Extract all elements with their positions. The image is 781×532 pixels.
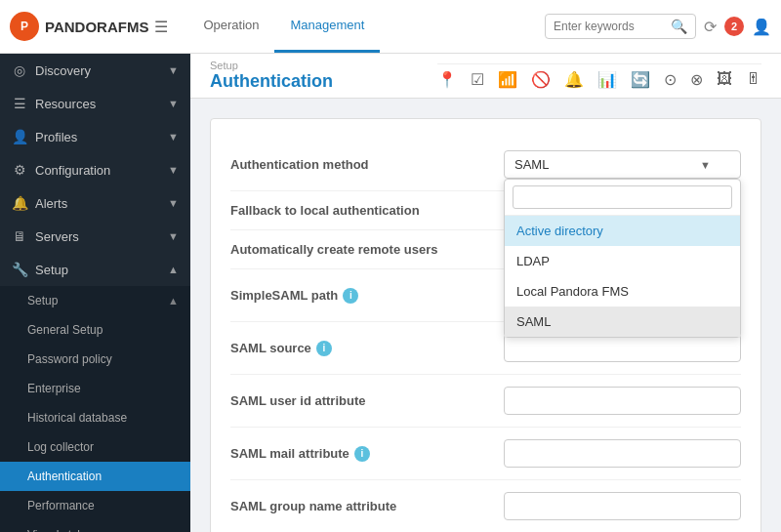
auth-form-section: Authentication method SAML ▼ bbox=[210, 118, 761, 532]
auth-method-row: Authentication method SAML ▼ bbox=[230, 139, 741, 191]
sidebar-item-label-resources: Resources bbox=[35, 97, 96, 111]
sidebar-item-performance[interactable]: Performance bbox=[0, 491, 190, 520]
saml-userid-label: SAML user id attribute bbox=[230, 393, 504, 408]
toolbar-xmark-icon[interactable]: ⊗ bbox=[690, 70, 703, 89]
saml-mail-input[interactable] bbox=[504, 439, 741, 468]
logo-text: PANDORAFMS bbox=[45, 19, 148, 35]
saml-source-input[interactable] bbox=[504, 334, 741, 362]
main-content: Setup Authentication 📍 ☑ 📶 🚫 🔔 📊 🔄 ⊙ ⊗ � bbox=[190, 54, 781, 532]
saml-mail-row: SAML mail attribute i bbox=[230, 428, 741, 480]
toolbar-check-icon[interactable]: ☑ bbox=[471, 70, 484, 89]
profiles-chevron-icon: ▼ bbox=[168, 131, 179, 143]
saml-source-info-icon[interactable]: i bbox=[316, 341, 332, 356]
search-box[interactable]: 🔍 bbox=[545, 14, 696, 39]
sidebar-item-password-policy[interactable]: Password policy bbox=[0, 345, 190, 374]
dropdown-option-ldap[interactable]: LDAP bbox=[505, 246, 740, 276]
resources-icon: ☰ bbox=[12, 96, 27, 111]
dropdown-search-area[interactable] bbox=[505, 180, 740, 216]
sidebar-item-servers[interactable]: 🖥 Servers ▼ bbox=[0, 220, 190, 253]
sidebar-item-label-configuration: Configuration bbox=[35, 163, 110, 178]
saml-userid-input[interactable] bbox=[504, 387, 741, 415]
setup-submenu: Setup ▲ General Setup Password policy En… bbox=[0, 286, 190, 532]
log-collector-label: Log collector bbox=[27, 440, 94, 454]
password-policy-label: Password policy bbox=[27, 352, 112, 366]
saml-mail-info-icon[interactable]: i bbox=[354, 446, 370, 462]
saml-source-label: SAML source i bbox=[230, 341, 504, 356]
fallback-label: Fallback to local authentication bbox=[230, 203, 504, 218]
general-setup-label: General Setup bbox=[27, 323, 103, 337]
saml-userid-row: SAML user id attribute bbox=[230, 375, 741, 428]
saml-group-input[interactable] bbox=[504, 492, 741, 520]
enterprise-label: Enterprise bbox=[27, 382, 81, 395]
dropdown-option-active-directory[interactable]: Active directory bbox=[505, 216, 740, 246]
saml-group-label: SAML group name attribute bbox=[230, 499, 504, 513]
dropdown-search-input[interactable] bbox=[513, 185, 732, 209]
page-title: Authentication bbox=[210, 71, 333, 98]
saml-mail-label: SAML mail attribute i bbox=[230, 446, 504, 462]
sidebar-item-authentication[interactable]: Authentication bbox=[0, 462, 190, 491]
historical-database-label: Historical database bbox=[27, 411, 127, 425]
sidebar-item-profiles[interactable]: 👤 Profiles ▼ bbox=[0, 120, 190, 153]
sidebar-item-configuration[interactable]: ⚙ Configuration ▼ bbox=[0, 153, 190, 186]
dropdown-option-local[interactable]: Local Pandora FMS bbox=[505, 276, 740, 307]
alerts-icon: 🔔 bbox=[12, 195, 27, 211]
sidebar-item-enterprise[interactable]: Enterprise bbox=[0, 374, 190, 403]
toolbar-wifi-icon[interactable]: 📶 bbox=[498, 70, 517, 89]
toolbar-chart-icon[interactable]: 📊 bbox=[597, 70, 617, 89]
user-menu-icon[interactable]: 👤 bbox=[752, 18, 771, 36]
toolbar-location-icon[interactable]: 📍 bbox=[437, 70, 457, 89]
selected-value: SAML bbox=[514, 157, 549, 172]
alerts-chevron-icon: ▼ bbox=[168, 197, 179, 209]
auth-method-select[interactable]: SAML ▼ bbox=[504, 150, 741, 179]
simple-saml-info-icon[interactable]: i bbox=[343, 288, 358, 304]
sidebar-item-log-collector[interactable]: Log collector bbox=[0, 432, 190, 462]
resources-chevron-icon: ▼ bbox=[168, 98, 179, 109]
breadcrumb: Setup bbox=[210, 60, 333, 71]
sidebar-item-setup-label: Setup ▲ bbox=[0, 286, 190, 315]
toolbar-dot-icon[interactable]: ⊙ bbox=[664, 70, 677, 89]
sidebar-item-label-discovery: Discovery bbox=[35, 63, 91, 78]
dropdown-option-saml[interactable]: SAML bbox=[505, 307, 740, 337]
sidebar: ◎ Discovery ▼ ☰ Resources ▼ 👤 Profiles ▼ bbox=[0, 54, 190, 532]
nav-tabs: Operation Management bbox=[187, 0, 380, 53]
tab-management[interactable]: Management bbox=[274, 0, 380, 53]
setup-header: Setup Authentication 📍 ☑ 📶 🚫 🔔 📊 🔄 ⊙ ⊗ � bbox=[190, 54, 781, 99]
sidebar-item-discovery[interactable]: ◎ Discovery ▼ bbox=[0, 54, 190, 87]
servers-icon: 🖥 bbox=[12, 228, 27, 244]
sidebar-item-setup[interactable]: 🔧 Setup ▲ bbox=[0, 253, 190, 286]
sidebar-item-alerts[interactable]: 🔔 Alerts ▼ bbox=[0, 186, 190, 220]
sidebar-item-historical-database[interactable]: Historical database bbox=[0, 403, 190, 432]
discovery-icon: ◎ bbox=[12, 62, 27, 78]
menu-toggle-icon[interactable]: ☰ bbox=[154, 18, 168, 36]
auth-dropdown-menu: Active directory LDAP Local Pandora FMS … bbox=[504, 179, 741, 338]
configuration-icon: ⚙ bbox=[12, 162, 27, 178]
authentication-label: Authentication bbox=[27, 470, 102, 483]
toolbar-arrows-icon[interactable]: 🔄 bbox=[631, 70, 650, 89]
notification-badge[interactable]: 2 bbox=[724, 17, 744, 36]
toolbar-bell-icon[interactable]: 🔔 bbox=[564, 70, 584, 89]
auto-create-label: Automatically create remote users bbox=[230, 242, 504, 257]
toolbar-sliders-icon[interactable]: 🎚 bbox=[746, 70, 761, 88]
visual-styles-label: Visual styles bbox=[27, 528, 92, 532]
sidebar-item-resources[interactable]: ☰ Resources ▼ bbox=[0, 87, 190, 120]
setup-toolbar: 📍 ☑ 📶 🚫 🔔 📊 🔄 ⊙ ⊗ 🖼 🎚 bbox=[437, 63, 761, 95]
search-input[interactable] bbox=[554, 20, 671, 33]
saml-group-field bbox=[504, 492, 741, 520]
search-icon[interactable]: 🔍 bbox=[671, 19, 687, 34]
sidebar-item-general-setup[interactable]: General Setup bbox=[0, 315, 190, 345]
auth-method-field: SAML ▼ Active directory LDAP bbox=[504, 150, 741, 179]
sidebar-setup-sublabel: Setup bbox=[27, 294, 58, 307]
auth-method-label: Authentication method bbox=[230, 157, 504, 172]
discovery-chevron-icon: ▼ bbox=[168, 64, 179, 76]
sidebar-item-visual-styles[interactable]: Visual styles bbox=[0, 520, 190, 532]
setup-body: Authentication method SAML ▼ bbox=[190, 99, 781, 532]
top-right-area: 🔍 ⟳ 2 👤 bbox=[545, 14, 771, 39]
sidebar-item-label-profiles: Profiles bbox=[35, 130, 77, 144]
select-chevron-icon: ▼ bbox=[700, 159, 711, 171]
toolbar-image-icon[interactable]: 🖼 bbox=[717, 70, 732, 88]
sidebar-item-label-alerts: Alerts bbox=[35, 196, 67, 211]
toolbar-no-wifi-icon[interactable]: 🚫 bbox=[531, 70, 551, 89]
saml-group-row: SAML group name attribute bbox=[230, 480, 741, 532]
tab-operation[interactable]: Operation bbox=[187, 0, 274, 53]
refresh-icon[interactable]: ⟳ bbox=[704, 18, 717, 36]
